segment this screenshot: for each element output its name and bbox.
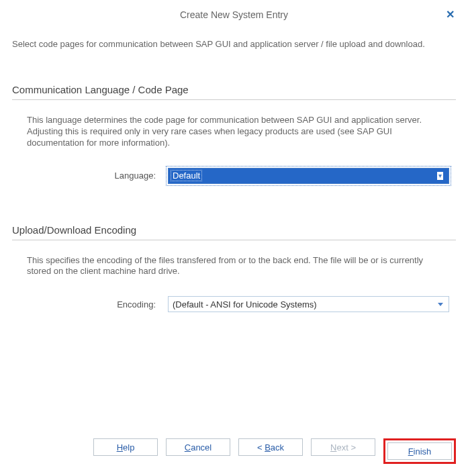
section-language-desc: This language determines the code page f… bbox=[27, 115, 449, 149]
section-encoding-desc: This specifies the encoding of the files… bbox=[27, 255, 449, 278]
title-bar: Create New System Entry ✕ bbox=[12, 9, 456, 20]
divider bbox=[12, 240, 456, 240]
language-select-value: Default bbox=[171, 171, 201, 181]
finish-button[interactable]: Finish bbox=[387, 442, 452, 460]
dialog-title: Create New System Entry bbox=[180, 9, 288, 20]
back-button[interactable]: < Back bbox=[238, 438, 303, 456]
footer-buttons: Help Cancel < Back Next > Finish bbox=[12, 438, 456, 465]
encoding-select[interactable]: (Default - ANSI for Unicode Systems) bbox=[168, 296, 449, 312]
help-button[interactable]: Help bbox=[93, 438, 158, 456]
next-button: Next > bbox=[311, 438, 375, 456]
language-select-wrap: Default ▾ bbox=[168, 168, 449, 184]
encoding-label: Encoding: bbox=[27, 299, 168, 310]
chevron-down-icon bbox=[438, 303, 443, 306]
finish-highlight: Finish bbox=[383, 438, 456, 464]
section-language-title: Communication Language / Code Page bbox=[12, 84, 456, 95]
language-label: Language: bbox=[27, 171, 168, 181]
cancel-button[interactable]: Cancel bbox=[166, 438, 230, 456]
section-encoding-title: Upload/Download Encoding bbox=[12, 224, 456, 236]
intro-text: Select code pages for communication betw… bbox=[12, 39, 456, 50]
encoding-select-value: (Default - ANSI for Unicode Systems) bbox=[173, 299, 317, 310]
divider bbox=[12, 99, 456, 100]
language-field-row: Language: Default ▾ bbox=[27, 168, 456, 184]
close-icon[interactable]: ✕ bbox=[446, 8, 455, 21]
dialog-create-system-entry: Create New System Entry ✕ Select code pa… bbox=[0, 0, 468, 476]
encoding-field-row: Encoding: (Default - ANSI for Unicode Sy… bbox=[27, 296, 456, 312]
language-select[interactable]: Default ▾ bbox=[168, 168, 449, 184]
chevron-down-icon: ▾ bbox=[437, 172, 443, 180]
encoding-select-wrap: (Default - ANSI for Unicode Systems) bbox=[168, 296, 449, 312]
